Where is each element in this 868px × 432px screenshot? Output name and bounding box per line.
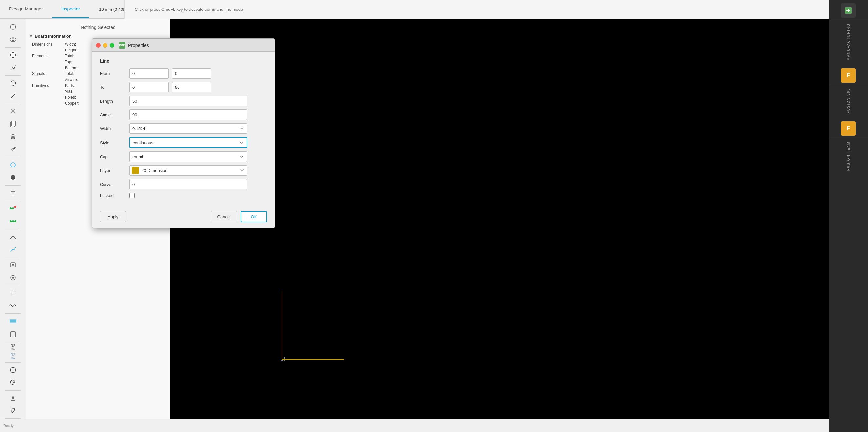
tab-design-manager[interactable]: Design Manager: [0, 0, 52, 18]
curve-label: Curve: [100, 182, 126, 187]
dialog-title-icon: BRD: [119, 42, 125, 49]
width-select[interactable]: 0.1524 0.1 0.2 0.5: [129, 123, 247, 134]
length-label: Length: [100, 99, 126, 104]
cross-icon[interactable]: [7, 106, 19, 117]
status-text: Ready: [3, 424, 14, 428]
svg-rect-6: [12, 121, 16, 126]
angle-row: Angle: [100, 110, 267, 120]
circle-filled-icon[interactable]: [7, 172, 19, 183]
layer-icon[interactable]: [7, 316, 19, 327]
fusion-team-icon[interactable]: F: [841, 121, 856, 136]
board-info-header: ▼ Board Information: [29, 34, 167, 39]
undo-icon[interactable]: [7, 78, 19, 89]
from-x-input[interactable]: [129, 68, 169, 79]
locked-row: Locked: [100, 193, 267, 198]
tab-inspector[interactable]: Inspector: [52, 0, 89, 18]
fusion360-icon[interactable]: F: [841, 68, 856, 83]
stamp-icon[interactable]: [7, 392, 19, 403]
wave-icon[interactable]: [7, 300, 19, 311]
nothing-selected-text: Nothing Selected: [29, 22, 167, 34]
tag-icon[interactable]: [7, 405, 19, 416]
svg-point-2: [10, 38, 16, 41]
svg-point-20: [12, 264, 14, 266]
svg-text:F: F: [847, 72, 850, 79]
tab-area: Design Manager Inspector: [0, 0, 89, 18]
paste-icon[interactable]: [7, 328, 19, 339]
svg-line-4: [11, 94, 16, 98]
toolbar-divider-1: [5, 47, 21, 48]
left-toolbar: i: [0, 19, 26, 432]
r2-group: R2 10k: [10, 344, 16, 351]
manufacturing-icon[interactable]: [841, 3, 856, 18]
fusion360-label: FUSION 360: [847, 88, 850, 113]
board-info-triangle: ▼: [29, 34, 33, 38]
via-icon[interactable]: [7, 272, 19, 283]
cap-select[interactable]: round flat square: [129, 151, 247, 162]
style-row: Style continuous longdash shortdash dash…: [100, 137, 267, 148]
cmd-line-hint: Click or press Cmd+L key to activate com…: [124, 0, 868, 19]
layer-label: Layer: [100, 168, 126, 173]
pin-icon[interactable]: [7, 216, 19, 227]
dialog-titlebar[interactable]: BRD Properties: [92, 39, 275, 52]
style-select[interactable]: continuous longdash shortdash dashdot: [129, 137, 247, 148]
svg-rect-25: [10, 320, 17, 321]
ok-button[interactable]: OK: [241, 211, 267, 222]
circle-outline-icon[interactable]: [7, 159, 19, 170]
redo-icon[interactable]: [7, 377, 19, 388]
canvas-vertical-line: [282, 291, 282, 360]
toolbar-divider-11: [5, 342, 21, 342]
svg-point-7: [11, 163, 16, 167]
toolbar-divider-7: [5, 229, 21, 229]
move-icon[interactable]: [7, 50, 19, 61]
apply-button[interactable]: Apply: [100, 211, 126, 222]
locked-checkbox[interactable]: [129, 193, 135, 198]
canvas-horizontal-line: [282, 359, 344, 360]
toolbar-divider-4: [5, 157, 21, 157]
angle-label: Angle: [100, 112, 126, 117]
text-icon[interactable]: [7, 188, 19, 199]
node-icon[interactable]: [7, 203, 19, 214]
layer-color-dot: [132, 167, 139, 174]
from-label: From: [100, 71, 126, 76]
cap-label: Cap: [100, 154, 126, 159]
route-icon[interactable]: [7, 62, 19, 73]
corner-marker: [281, 356, 285, 361]
length-input[interactable]: [129, 96, 247, 106]
manufacturing-section: MANUFACTURING: [829, 20, 868, 64]
copy-icon[interactable]: [7, 118, 19, 129]
cancel-button[interactable]: Cancel: [211, 211, 238, 222]
toolbar-divider-6: [5, 201, 21, 201]
wrench-icon[interactable]: [7, 144, 19, 155]
add-icon[interactable]: [7, 365, 19, 376]
from-y-input[interactable]: [172, 68, 211, 79]
svg-point-8: [11, 175, 16, 180]
fusion360-section: FUSION 360: [829, 85, 868, 117]
right-sidebar: MANUFACTURING F FUSION 360 F FUSION TEAM: [829, 0, 868, 432]
bottom-bar: Ready: [0, 419, 829, 432]
close-window-btn[interactable]: [96, 43, 100, 48]
to-y-input[interactable]: [172, 82, 211, 92]
locked-label: Locked: [100, 193, 126, 198]
eye-icon[interactable]: [7, 34, 19, 45]
layer-select-wrapper: 20 Dimension: [129, 165, 247, 176]
top-bar: Design Manager Inspector 10 mm (0 40) Cl…: [0, 0, 868, 19]
trash-icon[interactable]: [7, 131, 19, 142]
pad-icon[interactable]: [7, 259, 19, 270]
properties-dialog: BRD Properties Line From To Length: [92, 38, 275, 228]
minimize-window-btn[interactable]: [103, 43, 107, 48]
info-icon[interactable]: i: [7, 21, 19, 32]
line-icon[interactable]: [7, 90, 19, 101]
to-label: To: [100, 85, 126, 90]
to-x-input[interactable]: [129, 82, 169, 92]
arc-icon[interactable]: [7, 231, 19, 242]
layer-select[interactable]: 20 Dimension: [139, 166, 247, 175]
fusion-team-label: FUSION TEAM: [847, 141, 850, 171]
svg-text:i: i: [12, 25, 13, 29]
to-row: To: [100, 82, 267, 92]
grid-icon[interactable]: [7, 287, 19, 298]
angle-input[interactable]: [129, 110, 247, 120]
dialog-body: Line From To Length Angle: [92, 52, 275, 206]
maximize-window-btn[interactable]: [110, 43, 114, 48]
route2-icon[interactable]: [7, 243, 19, 255]
curve-input[interactable]: [129, 179, 247, 190]
